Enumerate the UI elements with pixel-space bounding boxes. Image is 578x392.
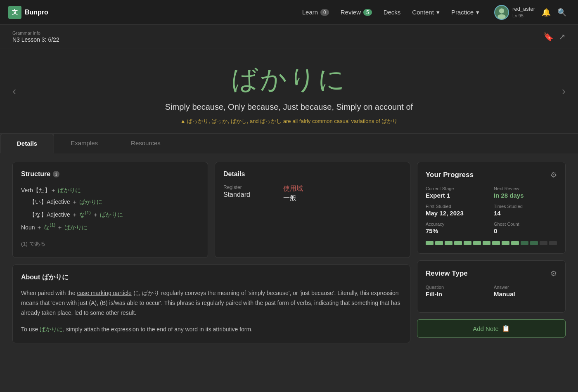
- navbar: 文 Bunpro Learn 0 Review 5 Decks Content …: [0, 0, 578, 25]
- content-dropdown-icon: ▾: [436, 9, 440, 16]
- bar-4: [454, 241, 462, 245]
- breadcrumb-actions: 🔖 ↗: [543, 32, 566, 42]
- question-type: Question Fill-In: [426, 285, 489, 298]
- stats-grid: Current Stage Expert 1 Next Review In 28…: [426, 186, 557, 234]
- structure-title: Structure ℹ: [21, 170, 199, 178]
- stat-first-studied: First Studied May 12, 2023: [426, 204, 489, 217]
- about-title: About ばかりに: [21, 273, 402, 282]
- grammar-subtitle: Simply because, Only because, Just becau…: [25, 102, 553, 112]
- structure-footnote: (1) である: [21, 239, 199, 249]
- bar-13: [540, 241, 547, 245]
- progress-settings-icon[interactable]: ⚙: [550, 170, 557, 179]
- nav-review[interactable]: Review 5: [336, 6, 377, 18]
- tab-resources[interactable]: Resources: [114, 134, 177, 153]
- grammar-title: ばかりに: [25, 61, 553, 97]
- about-para-2: To use ばかりに, simply attach the expressio…: [21, 325, 402, 335]
- bookmark-icon[interactable]: 🔖: [543, 32, 554, 42]
- grammar-header: ‹ ばかりに Simply because, Only because, Jus…: [0, 49, 578, 133]
- breadcrumb: Grammar Info N3 Lesson 3: 6/22: [12, 31, 59, 43]
- prev-grammar-button[interactable]: ‹: [8, 80, 20, 102]
- stat-next-review: Next Review In 28 days: [494, 186, 557, 199]
- username: red_aster: [512, 6, 535, 13]
- bar-9: [502, 241, 509, 245]
- add-note-button[interactable]: Add Note 📋: [417, 319, 566, 338]
- practice-dropdown-icon: ▾: [476, 9, 479, 16]
- bar-10: [511, 241, 519, 245]
- review-type-card: Review Type ⚙ Question Fill-In Answer Ma…: [417, 260, 566, 313]
- tabs-bar: Details Examples Resources: [0, 133, 578, 153]
- bar-3: [445, 241, 452, 245]
- svg-point-1: [499, 8, 504, 13]
- share-icon[interactable]: ↗: [559, 32, 566, 42]
- app-logo[interactable]: 文 Bunpro: [8, 6, 48, 19]
- register-row: Register Standard 使用域 一般: [223, 184, 402, 203]
- bar-7: [483, 241, 490, 245]
- nav-items: Learn 0 Review 5 Decks Content ▾ Practic…: [297, 6, 484, 19]
- add-note-icon: 📋: [502, 325, 510, 332]
- user-level: Lv 95: [512, 13, 535, 19]
- progress-bars: [426, 241, 557, 245]
- bar-12: [530, 241, 538, 245]
- about-card: About ばかりに When paired with the case mar…: [12, 264, 410, 343]
- bar-2: [435, 241, 443, 245]
- next-grammar-button[interactable]: ›: [558, 80, 570, 102]
- structure-line-4: Noun ＋ な(1) ＋ ばかりに: [21, 220, 199, 233]
- bell-button[interactable]: 🔔: [538, 5, 554, 20]
- bar-1: [426, 241, 434, 245]
- learn-badge: 0: [320, 9, 329, 16]
- app-name: Bunpro: [25, 9, 48, 16]
- bar-5: [464, 241, 471, 245]
- nav-decks[interactable]: Decks: [379, 6, 406, 18]
- nav-practice[interactable]: Practice ▾: [446, 6, 484, 19]
- stat-accuracy: Accuracy 75%: [426, 222, 489, 234]
- user-menu[interactable]: red_aster Lv 95: [491, 3, 538, 21]
- review-type-header: Review Type ⚙: [426, 269, 557, 278]
- tab-details[interactable]: Details: [0, 134, 54, 153]
- breadcrumb-area: Grammar Info N3 Lesson 3: 6/22 🔖 ↗: [0, 25, 578, 49]
- structure-card: Structure ℹ Verb【た】＋ ばかりに 【い】Adjective ＋…: [12, 162, 208, 258]
- content-grid: Structure ℹ Verb【た】＋ ばかりに 【い】Adjective ＋…: [0, 153, 578, 352]
- details-card: Details Register Standard 使用域 一般: [215, 162, 410, 258]
- review-badge: 5: [363, 9, 372, 16]
- search-button[interactable]: 🔍: [554, 5, 570, 20]
- review-type-stats: Question Fill-In Answer Manual: [426, 285, 557, 298]
- structure-line-3: 【な】Adjective ＋ な(1) ＋ ばかりに: [21, 208, 199, 220]
- nav-learn[interactable]: Learn 0: [297, 6, 334, 18]
- grammar-note: ▲ ばっかり, ばっか, ばかし, and ばっかし are all fairl…: [25, 118, 553, 125]
- tab-examples[interactable]: Examples: [54, 134, 114, 153]
- bar-6: [473, 241, 481, 245]
- bar-11: [521, 241, 528, 245]
- answer-type: Answer Manual: [494, 285, 557, 298]
- svg-point-2: [497, 14, 506, 19]
- structure-info-icon[interactable]: ℹ: [53, 171, 59, 177]
- stat-ghost-count: Ghost Count 0: [494, 222, 557, 234]
- details-card-title: Details: [223, 170, 402, 178]
- review-type-settings-icon[interactable]: ⚙: [550, 269, 557, 278]
- avatar: [494, 5, 509, 20]
- stat-times-studied: Times Studied 14: [494, 204, 557, 217]
- progress-card: Your Progress ⚙ Current Stage Expert 1 N…: [417, 162, 566, 254]
- progress-header: Your Progress ⚙: [426, 170, 557, 179]
- stat-current-stage: Current Stage Expert 1: [426, 186, 489, 199]
- right-panel: Your Progress ⚙ Current Stage Expert 1 N…: [417, 162, 566, 343]
- structure-line-1: Verb【た】＋ ばかりに: [21, 184, 199, 196]
- bar-8: [492, 241, 500, 245]
- logo-icon: 文: [8, 6, 21, 19]
- nav-content[interactable]: Content ▾: [407, 6, 445, 19]
- bar-14: [549, 241, 557, 245]
- structure-line-2: 【い】Adjective ＋ ばかりに: [21, 196, 199, 208]
- about-para-1: When paired with the case marking partic…: [21, 288, 402, 318]
